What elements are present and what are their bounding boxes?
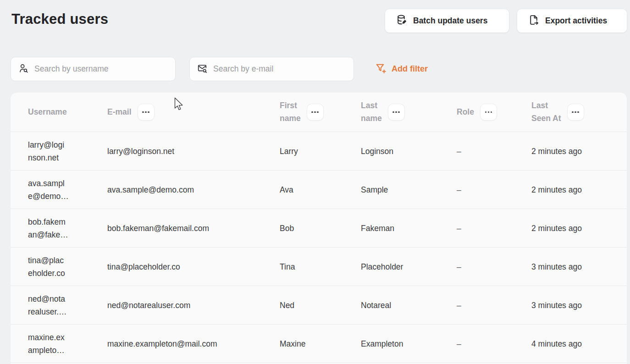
cell-first-name: Maxine (280, 337, 361, 350)
cell-last-seen-at: 2 minutes ago (531, 222, 627, 235)
cell-last-seen-at: 3 minutes ago (531, 260, 627, 273)
table-body: larry@logi nson.net larry@loginson.net L… (11, 132, 627, 363)
cell-username: bob.fakem an@fake… (11, 215, 107, 241)
table-row[interactable]: bob.fakem an@fake… bob.fakeman@fakemail.… (11, 209, 627, 247)
ellipsis-icon (311, 111, 319, 113)
ellipsis-icon (572, 111, 579, 113)
table-header-row: Username E-mail First name Last name Rol… (11, 93, 627, 132)
file-export-icon (528, 14, 540, 28)
cell-role: – (457, 183, 531, 196)
cell-email: larry@loginson.net (107, 145, 280, 158)
add-filter-label: Add filter (392, 64, 428, 74)
username-search-input[interactable] (34, 64, 168, 74)
user-search-icon (18, 63, 28, 75)
last-name-column-menu-button[interactable] (388, 104, 405, 121)
cell-email: maxine.exampleton@mail.com (107, 337, 280, 350)
table-row[interactable]: ava.sampl e@demo… ava.sample@demo.com Av… (11, 170, 627, 209)
batch-update-users-button[interactable]: Batch update users (385, 9, 509, 33)
column-label: E-mail (107, 106, 132, 118)
cell-last-name: Loginson (361, 145, 457, 158)
batch-update-users-label: Batch update users (413, 16, 487, 26)
filter-plus-icon (375, 62, 387, 76)
column-label: First name (280, 99, 301, 124)
column-header-first-name: First name (280, 99, 361, 124)
cell-role: – (457, 337, 531, 350)
ellipsis-icon (392, 111, 400, 113)
cell-role: – (457, 222, 531, 235)
users-table: Username E-mail First name Last name Rol… (11, 93, 627, 364)
column-header-role: Role (457, 104, 531, 121)
export-activities-label: Export activities (545, 16, 607, 26)
cell-first-name: Bob (280, 222, 361, 235)
ellipsis-icon (142, 111, 149, 113)
cell-username: tina@plac eholder.co (11, 254, 107, 280)
email-search-field[interactable] (189, 57, 354, 81)
column-header-last-name: Last name (361, 99, 457, 124)
cell-role: – (457, 260, 531, 273)
cell-last-name: Sample (361, 183, 457, 196)
cell-last-name: Fakeman (361, 222, 457, 235)
cell-email: ned@notarealuser.com (107, 299, 280, 312)
cell-username: ned@nota realuser.… (11, 292, 107, 318)
cell-first-name: Tina (280, 260, 361, 273)
last-seen-at-column-menu-button[interactable] (567, 104, 584, 121)
mail-search-icon (197, 63, 207, 75)
cell-username: larry@logi nson.net (11, 138, 107, 164)
cell-email: bob.fakeman@fakemail.com (107, 222, 280, 235)
cell-username: ava.sampl e@demo… (11, 177, 107, 203)
cell-last-seen-at: 2 minutes ago (531, 145, 627, 158)
database-edit-icon (396, 14, 408, 28)
first-name-column-menu-button[interactable] (307, 104, 324, 121)
cell-first-name: Ava (280, 183, 361, 196)
add-filter-button[interactable]: Add filter (375, 57, 428, 81)
column-header-last-seen-at: Last Seen At (531, 99, 627, 124)
cell-last-name: Exampleton (361, 337, 457, 350)
cell-first-name: Ned (280, 299, 361, 312)
cell-first-name: Larry (280, 145, 361, 158)
cell-last-seen-at: 4 minutes ago (531, 337, 627, 350)
column-header-email: E-mail (107, 104, 280, 121)
table-row[interactable]: ned@nota realuser.… ned@notarealuser.com… (11, 286, 627, 324)
cell-last-name: Placeholder (361, 260, 457, 273)
cell-role: – (457, 145, 531, 158)
column-label: Last Seen At (531, 99, 561, 124)
ellipsis-icon (485, 111, 492, 113)
table-row[interactable]: larry@logi nson.net larry@loginson.net L… (11, 132, 627, 170)
column-label: Role (457, 106, 474, 118)
email-search-input[interactable] (213, 64, 346, 74)
cell-email: ava.sample@demo.com (107, 183, 280, 196)
cell-last-seen-at: 3 minutes ago (531, 299, 627, 312)
cell-last-name: Notareal (361, 299, 457, 312)
table-row[interactable]: tina@plac eholder.co tina@placeholder.co… (11, 247, 627, 286)
cell-role: – (457, 299, 531, 312)
username-search-field[interactable] (11, 57, 176, 81)
column-label: Last name (361, 99, 382, 124)
cell-email: tina@placeholder.co (107, 260, 280, 273)
export-activities-button[interactable]: Export activities (517, 9, 627, 33)
cell-username: maxine.ex ampleto… (11, 331, 107, 357)
role-column-menu-button[interactable] (480, 104, 497, 121)
table-row[interactable]: maxine.ex ampleto… maxine.exampleton@mai… (11, 324, 627, 363)
column-header-username: Username (11, 106, 107, 118)
email-column-menu-button[interactable] (138, 104, 155, 121)
cell-last-seen-at: 2 minutes ago (531, 183, 627, 196)
page-title: Tracked users (11, 11, 108, 28)
column-label: Username (28, 106, 67, 118)
